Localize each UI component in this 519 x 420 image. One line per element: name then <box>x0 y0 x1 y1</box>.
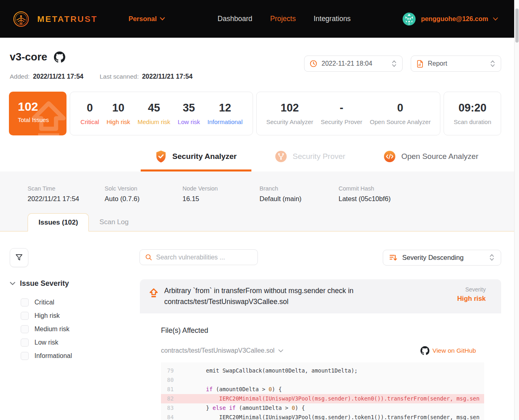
arrow-up-icon <box>148 287 159 299</box>
severity-label: Severity <box>457 286 486 293</box>
page: METATRUST Personal Dashboard Projects In… <box>0 0 514 420</box>
filter-option-label: High risk <box>34 312 60 319</box>
checkbox-unchecked[interactable] <box>21 325 29 333</box>
page-title: v3-core <box>10 51 47 63</box>
shield-check-icon <box>155 150 167 163</box>
code-text: if (amount0Delta > 0) { <box>180 385 282 394</box>
funnel-icon <box>15 253 24 262</box>
added-label: Added: <box>10 73 30 80</box>
severity-filter-list: CriticalHigh riskMedium riskLow riskInfo… <box>21 298 140 360</box>
line-number: 81 <box>161 385 180 394</box>
severity-filter-option[interactable]: Informational <box>21 352 140 360</box>
sort-descending-icon <box>389 253 397 262</box>
nav-links: Dashboard Projects Integrations <box>218 15 351 23</box>
workspace-label: Personal <box>129 15 157 23</box>
github-icon[interactable] <box>54 51 65 63</box>
vertical-scrollbar[interactable] <box>514 0 519 420</box>
filter-option-label: Informational <box>34 352 72 360</box>
stat-security-prover: - Security Prover <box>321 102 362 125</box>
node-version-info: Node Version 16.15 <box>182 185 260 203</box>
solc-version-info: Solc Version Auto (0.7.6) <box>105 185 182 203</box>
stat-low-risk: 35 Low risk <box>178 102 200 125</box>
stat-medium-risk: 45 Medium risk <box>137 102 170 125</box>
search-input[interactable] <box>156 254 253 261</box>
line-number: 83 <box>161 403 180 413</box>
filter-button[interactable] <box>10 248 28 267</box>
chevron-down-icon <box>160 17 165 21</box>
filter-option-label: Critical <box>34 299 54 306</box>
file-path-toggle[interactable]: contracts/test/TestUniswapV3Callee.sol <box>161 347 283 354</box>
nav-item-integrations[interactable]: Integrations <box>313 15 350 23</box>
checkbox-unchecked[interactable] <box>21 298 29 306</box>
stat-open-source-analyzer: 0 Open Source Analyzer <box>370 102 431 125</box>
code-block[interactable]: 79 emit SwapCallback(amount0Delta, amoun… <box>161 362 484 420</box>
report-select[interactable]: Report <box>411 56 501 72</box>
tab-label: Security Analyzer <box>172 152 237 161</box>
sort-select[interactable]: Severity Descending <box>383 250 501 266</box>
user-menu[interactable]: pengguohe@126.com <box>402 12 498 26</box>
view-on-github-link[interactable]: View on GitHub <box>420 346 476 355</box>
scrollbar-thumb[interactable] <box>515 9 519 43</box>
severity-filter-option[interactable]: Critical <box>21 298 140 306</box>
report-icon <box>416 60 424 68</box>
tab-label: Open Source Analyzer <box>401 152 478 161</box>
line-number: 79 <box>161 366 180 375</box>
scan-time-select[interactable]: 2022-11-21 18:04 <box>304 56 403 72</box>
line-number: 82 <box>161 394 180 403</box>
workspace-switcher[interactable]: Personal <box>129 15 165 23</box>
nav-item-dashboard[interactable]: Dashboard <box>218 15 253 23</box>
total-issues-card: 102 Total Issues <box>9 92 66 135</box>
filter-option-label: Low risk <box>34 339 58 346</box>
github-icon <box>420 346 429 355</box>
tab-open-source-analyzer[interactable]: Open Source Analyzer <box>369 148 493 171</box>
checkbox-unchecked[interactable] <box>21 339 29 347</box>
stat-informational: 12 Informational <box>208 102 243 125</box>
issue-severity: Severity High risk <box>457 285 486 307</box>
branch-info: Branch Default (main) <box>260 185 339 203</box>
severity-filter-header[interactable]: Issue Severity <box>10 279 140 288</box>
severity-filter-option[interactable]: Low risk <box>21 339 140 347</box>
scan-time-info: Scan Time 2022/11/21 17:54 <box>28 185 105 203</box>
chevron-down-icon <box>278 349 283 353</box>
tab-issues[interactable]: Issues (102) <box>28 213 89 231</box>
scan-duration-card: 09:20 Scan duration <box>444 92 501 135</box>
line-number: 80 <box>161 375 180 385</box>
severity-filter-option[interactable]: Medium risk <box>21 325 140 333</box>
top-nav: METATRUST Personal Dashboard Projects In… <box>0 0 514 38</box>
file-path: contracts/test/TestUniswapV3Callee.sol <box>161 347 275 354</box>
filter-option-label: Medium risk <box>34 326 69 333</box>
user-email: pengguohe@126.com <box>421 15 488 23</box>
added-value: 2022/11/21 17:54 <box>33 73 84 80</box>
issue-body: File(s) Affected contracts/test/TestUnis… <box>140 313 501 420</box>
tab-scan-log[interactable]: Scan Log <box>89 213 139 231</box>
code-text: } else if (amount1Delta > 0) { <box>180 403 305 413</box>
code-text: IERC20Minimal(IUniswapV3Pool(msg.sender)… <box>180 413 480 420</box>
arrow-up-watermark-icon <box>28 99 66 135</box>
brand[interactable]: METATRUST <box>11 9 98 30</box>
code-line: 80 <box>161 375 484 385</box>
tab-label: Security Prover <box>293 152 345 161</box>
severity-filter-panel: Issue Severity CriticalHigh riskMedium r… <box>10 279 140 420</box>
line-number: 84 <box>161 413 180 420</box>
stats-row: 102 Total Issues 0 Critical 10 High risk… <box>0 80 514 135</box>
issue-header[interactable]: Arbitrary `from` in transferFrom without… <box>140 279 501 313</box>
checkbox-unchecked[interactable] <box>21 312 29 320</box>
search-box <box>139 249 258 265</box>
code-line: 83 } else if (amount1Delta > 0) { <box>161 403 484 413</box>
search-icon <box>145 253 152 261</box>
tab-security-prover[interactable]: Security Prover <box>260 148 360 171</box>
scan-info-band: Scan Time 2022/11/21 17:54 Solc Version … <box>0 171 514 231</box>
tab-security-analyzer[interactable]: Security Analyzer <box>141 148 251 171</box>
report-select-value: Report <box>428 60 447 67</box>
select-caret-icon <box>489 60 496 68</box>
sort-select-value: Severity Descending <box>402 254 463 261</box>
chevron-down-icon <box>493 17 498 21</box>
code-line: 82 IERC20Minimal(IUniswapV3Pool(msg.send… <box>161 394 484 403</box>
nav-item-projects[interactable]: Projects <box>270 15 296 23</box>
checkbox-unchecked[interactable] <box>21 352 29 360</box>
severity-filter-option[interactable]: High risk <box>21 312 140 320</box>
metatrust-logo-icon <box>11 9 32 30</box>
code-line: 84 IERC20Minimal(IUniswapV3Pool(msg.send… <box>161 413 484 420</box>
prover-fork-icon <box>275 150 287 163</box>
analyzer-tabs: Security Analyzer Security Prover Open S… <box>141 148 514 171</box>
